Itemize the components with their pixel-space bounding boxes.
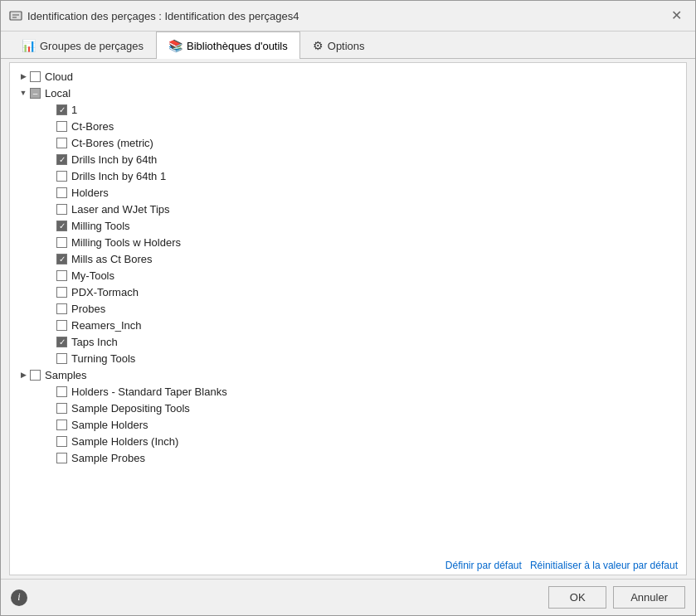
groupes-icon: 📊 <box>22 39 36 52</box>
tree-item[interactable]: ▶Cloud <box>10 68 686 85</box>
tree-item[interactable]: PDX-Tormach <box>10 284 686 300</box>
tree-item[interactable]: Ct-Bores <box>10 118 686 134</box>
tree-item[interactable]: My-Tools <box>10 267 686 284</box>
tree-item-label: Ct-Bores <box>71 120 114 133</box>
dialog-title: Identification des perçages : Identifica… <box>27 10 299 22</box>
tree-item[interactable]: Sample Holders <box>10 416 686 433</box>
tree-checkbox[interactable] <box>56 121 67 132</box>
tree-checkbox[interactable] <box>56 386 67 397</box>
tree-item-label: PDX-Tormach <box>71 286 139 298</box>
tree-item-label: Cloud <box>45 70 73 83</box>
tree-item[interactable]: ✓1 <box>10 101 686 118</box>
tree-item-label: Mills as Ct Bores <box>71 253 153 265</box>
tree-checkbox[interactable] <box>56 353 67 364</box>
cancel-button[interactable]: Annuler <box>613 586 685 609</box>
tree-item[interactable]: Sample Holders (Inch) <box>10 433 686 449</box>
tree-item[interactable]: Sample Depositing Tools <box>10 400 686 416</box>
tree-item[interactable]: Turning Tools <box>10 350 686 366</box>
tree-item[interactable]: Sample Probes <box>10 449 686 466</box>
ok-button[interactable]: OK <box>548 586 606 609</box>
title-bar-left: Identification des perçages : Identifica… <box>9 9 299 22</box>
tree-item-label: Drills Inch by 64th 1 <box>71 170 166 182</box>
tab-bibliotheques[interactable]: 📚 Bibliothèques d'outils <box>156 32 300 59</box>
tree-item[interactable]: Drills Inch by 64th 1 <box>10 167 686 184</box>
tree-item-label: My-Tools <box>71 269 114 282</box>
tree-expander[interactable]: ▶ <box>17 368 30 381</box>
tree-expander <box>43 401 56 415</box>
tree-expander <box>43 186 56 199</box>
tree-expander <box>43 335 56 348</box>
tree-expander <box>43 119 56 133</box>
tree-item-label: Milling Tools w Holders <box>71 236 181 249</box>
tree-item[interactable]: Holders <box>10 184 686 201</box>
tree-checkbox[interactable] <box>30 370 41 381</box>
tree-item[interactable]: ▶Samples <box>10 366 686 383</box>
tree-checkbox[interactable] <box>56 270 67 281</box>
tree-checkbox[interactable]: – <box>30 88 41 99</box>
tree-item[interactable]: Holders - Standard Taper Blanks <box>10 383 686 400</box>
tree-item[interactable]: Reamers_Inch <box>10 317 686 333</box>
tree-item[interactable]: ✓Milling Tools <box>10 217 686 234</box>
tree-checkbox[interactable] <box>56 420 67 430</box>
tree-checkbox[interactable] <box>56 436 67 447</box>
tree-scroll[interactable]: ▶Cloud▼–Local✓1Ct-BoresCt-Bores (metric)… <box>10 63 686 555</box>
tab-options-label: Options <box>328 40 365 52</box>
tree-checkbox[interactable]: ✓ <box>56 254 67 264</box>
tree-expander <box>43 418 56 431</box>
svg-rect-0 <box>10 12 22 20</box>
close-button[interactable]: ✕ <box>666 7 687 24</box>
tree-expander <box>43 434 56 448</box>
tree-checkbox[interactable]: ✓ <box>56 221 67 231</box>
tree-item-label: Taps Inch <box>71 336 118 348</box>
tab-bibliotheques-label: Bibliothèques d'outils <box>187 40 288 52</box>
tree-checkbox[interactable] <box>56 453 67 463</box>
options-icon: ⚙ <box>313 39 324 52</box>
tree-checkbox[interactable] <box>56 138 67 148</box>
tree-expander <box>43 235 56 249</box>
tree-item[interactable]: ✓Taps Inch <box>10 333 686 350</box>
tree-item-label: Drills Inch by 64th <box>71 153 157 166</box>
tree-expander <box>43 252 56 265</box>
tree-item[interactable]: ✓Drills Inch by 64th <box>10 151 686 167</box>
tree-checkbox[interactable] <box>56 171 67 182</box>
tree-expander <box>43 302 56 315</box>
tree-checkbox[interactable] <box>56 204 67 215</box>
tree-checkbox[interactable]: ✓ <box>56 337 67 347</box>
definir-link[interactable]: Définir par défaut <box>445 560 522 571</box>
tree-checkbox[interactable] <box>56 237 67 248</box>
tab-options[interactable]: ⚙ Options <box>300 32 377 59</box>
tree-item-label: Probes <box>71 303 105 315</box>
reinitialiser-link[interactable]: Réinitialiser à la valeur par défaut <box>530 560 678 571</box>
tree-expander <box>43 103 56 116</box>
title-bar: Identification des perçages : Identifica… <box>1 1 695 32</box>
tree-checkbox[interactable] <box>56 303 67 314</box>
tree-checkbox[interactable] <box>56 320 67 331</box>
tab-groupes[interactable]: 📊 Groupes de perçages <box>9 32 156 59</box>
info-icon[interactable]: i <box>11 589 27 606</box>
tabs-bar: 📊 Groupes de perçages 📚 Bibliothèques d'… <box>1 32 695 59</box>
tree-checkbox[interactable] <box>30 71 41 82</box>
tree-checkbox[interactable] <box>56 187 67 198</box>
tree-item[interactable]: ✓Mills as Ct Bores <box>10 250 686 267</box>
dialog: Identification des perçages : Identifica… <box>0 0 696 616</box>
tree-item[interactable]: Probes <box>10 300 686 317</box>
tree-checkbox[interactable] <box>56 287 67 298</box>
tree-item-label: Holders <box>71 187 109 199</box>
tree-item[interactable]: Milling Tools w Holders <box>10 234 686 250</box>
tree-expander <box>43 318 56 332</box>
content-area: ▶Cloud▼–Local✓1Ct-BoresCt-Bores (metric)… <box>9 62 687 575</box>
tree-checkbox[interactable] <box>56 403 67 414</box>
tree-checkbox[interactable]: ✓ <box>56 104 67 115</box>
tree-item-label: Local <box>45 87 71 99</box>
tree-expander <box>43 352 56 365</box>
tree-expander <box>43 385 56 398</box>
tree-item[interactable]: Ct-Bores (metric) <box>10 134 686 151</box>
tree-item[interactable]: Laser and WJet Tips <box>10 201 686 217</box>
tree-item-label: Samples <box>45 369 87 381</box>
tree-expander <box>43 202 56 216</box>
tree-item[interactable]: ▼–Local <box>10 85 686 101</box>
tree-checkbox[interactable]: ✓ <box>56 154 67 165</box>
tree-expander[interactable]: ▶ <box>17 70 30 83</box>
tree-expander[interactable]: ▼ <box>17 86 30 99</box>
tree-expander <box>43 136 56 149</box>
